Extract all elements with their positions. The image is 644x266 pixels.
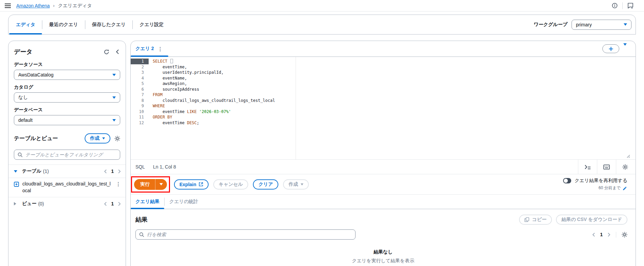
code-line[interactable]: 12 eventTime DESC;: [131, 120, 636, 126]
data-panel-title: データ: [14, 48, 98, 56]
tab-editor-label: エディタ: [16, 22, 35, 28]
database-label: データベース: [14, 107, 120, 113]
chevron-down-icon: [301, 183, 303, 185]
editor-settings-gear-icon[interactable]: [616, 160, 629, 174]
catalog-select[interactable]: なし: [14, 92, 120, 103]
format-query-icon[interactable]: [578, 160, 597, 174]
clear-button[interactable]: クリア: [253, 179, 278, 190]
editor-resize-handle[interactable]: [626, 154, 630, 158]
tab-query-results[interactable]: クエリ結果: [131, 195, 164, 209]
copy-icon: [524, 217, 529, 222]
tab-query-stats[interactable]: クエリの統計: [165, 195, 203, 209]
views-page-number[interactable]: 1: [111, 201, 114, 206]
code-line[interactable]: 2 eventTime,: [131, 64, 636, 70]
database-select[interactable]: default: [14, 115, 120, 125]
info-icon[interactable]: [608, 2, 621, 9]
code-line[interactable]: 1SELECT: [131, 59, 636, 64]
workgroup-select[interactable]: primary: [572, 20, 631, 30]
results-pagination: 1: [592, 232, 616, 237]
new-query-tab-button[interactable]: [602, 44, 619, 53]
tab-query-settings[interactable]: クエリ設定: [133, 15, 170, 34]
run-options-dropdown[interactable]: [155, 179, 167, 190]
line-number: 8: [131, 98, 149, 104]
query-tab-kebab-icon[interactable]: ⋮: [157, 46, 164, 52]
code-line[interactable]: 8 cloudtrail_logs_aws_cloudtrail_logs_te…: [131, 98, 636, 104]
datasource-value: AwsDataCatalog: [18, 72, 109, 77]
results-settings-gear-icon[interactable]: [616, 232, 627, 238]
table-actions-kebab-icon[interactable]: ⋮: [114, 181, 123, 187]
tab-saved-queries[interactable]: 保存したクエリ: [85, 15, 133, 34]
row-search-input[interactable]: [147, 232, 352, 237]
results-empty-state: 結果なし クエリを実行して結果を表示: [131, 249, 636, 264]
tables-filter-input[interactable]: [25, 152, 116, 157]
language-indicator: SQL: [135, 164, 145, 170]
code-line[interactable]: 6 sourceIpAddress: [131, 87, 636, 92]
code-line[interactable]: 7FROM: [131, 92, 636, 98]
expand-table-icon[interactable]: [14, 182, 19, 187]
tab-recent-queries[interactable]: 最近のクエリ: [42, 15, 85, 34]
cancel-button[interactable]: キャンセル: [213, 179, 249, 190]
table-name[interactable]: cloudtrail_logs_aws_cloudtrail_logs_test…: [22, 181, 112, 194]
views-expand-caret-icon[interactable]: [14, 202, 20, 205]
topbar-divider: [622, 2, 623, 9]
line-number: 9: [131, 103, 149, 109]
reuse-until-text: 60 分前まで: [599, 185, 621, 191]
collapse-panel-icon[interactable]: [115, 48, 120, 55]
annotation-highlight-box: 実行: [131, 176, 170, 193]
tab-editor[interactable]: エディタ: [9, 15, 42, 34]
line-number: 2: [131, 64, 149, 70]
tab-query-settings-label: クエリ設定: [139, 22, 164, 28]
code-lines: 1SELECT 2 eventTime,3 userIdentity.princ…: [131, 59, 636, 126]
next-page-icon[interactable]: [118, 202, 121, 206]
sql-editor[interactable]: 1SELECT 2 eventTime,3 userIdentity.princ…: [131, 57, 636, 159]
prev-page-icon[interactable]: [104, 169, 107, 174]
tables-page-number[interactable]: 1: [111, 169, 114, 174]
run-query-button[interactable]: 実行: [134, 179, 167, 190]
edit-pencil-icon[interactable]: [623, 186, 627, 191]
copy-results-button[interactable]: コピー: [519, 215, 552, 225]
code-line[interactable]: 11ORDER BY: [131, 114, 636, 120]
hamburger-menu-icon[interactable]: [5, 3, 11, 8]
line-number: 1: [131, 59, 149, 64]
views-section-label: ビュー: [22, 201, 37, 207]
keyboard-shortcuts-icon[interactable]: [597, 160, 616, 174]
results-page-number[interactable]: 1: [600, 232, 603, 237]
line-number: 6: [131, 87, 149, 92]
query-tab[interactable]: クエリ 2 ⋮: [131, 41, 168, 57]
reuse-results-toggle[interactable]: [563, 178, 571, 183]
tables-expand-caret-icon[interactable]: [14, 170, 20, 173]
create-button[interactable]: 作成: [85, 133, 110, 143]
query-tabs-dropdown-button[interactable]: [622, 44, 628, 53]
next-page-icon[interactable]: [607, 232, 610, 237]
tables-pagination: 1: [104, 169, 121, 174]
code-line[interactable]: 5 awsRegion,: [131, 81, 636, 87]
tables-settings-gear-icon[interactable]: [114, 136, 120, 141]
tables-section-label: テーブル: [22, 168, 41, 174]
line-number: 11: [131, 114, 149, 120]
explain-button[interactable]: Explain: [174, 179, 209, 190]
console-tabs-row: エディタ 最近のクエリ 保存したクエリ クエリ設定 ワークグループ primar…: [8, 15, 636, 35]
empty-state-title: 結果なし: [131, 249, 636, 255]
code-line[interactable]: 3 userIdentity.principalId,: [131, 70, 636, 75]
create-from-query-button[interactable]: 作成: [283, 179, 309, 190]
code-line[interactable]: 4 eventName,: [131, 75, 636, 81]
feedback-icon[interactable]: [624, 2, 637, 9]
code-line[interactable]: 9WHERE: [131, 103, 636, 109]
query-actions-row: 実行 Explain キャンセル クリア 作成 ク: [131, 174, 636, 194]
refresh-icon[interactable]: [103, 48, 110, 56]
prev-page-icon[interactable]: [592, 232, 595, 237]
tables-filter-box: [14, 150, 120, 160]
code-line[interactable]: 10 eventTime LIKE '2026-03-07%': [131, 109, 636, 115]
breadcrumb-link-athena[interactable]: Amazon Athena: [16, 3, 50, 8]
query-tab-strip: クエリ 2 ⋮: [131, 41, 636, 57]
download-csv-button[interactable]: 結果の CSV をダウンロード: [556, 215, 627, 225]
chevron-down-icon: [624, 23, 627, 26]
chevron-down-icon: [112, 96, 116, 99]
reuse-results-label: クエリ結果を再利用する: [575, 178, 627, 184]
next-page-icon[interactable]: [118, 169, 121, 174]
line-number: 3: [131, 70, 149, 75]
explain-label: Explain: [179, 182, 196, 187]
line-number: 4: [131, 75, 149, 81]
datasource-select[interactable]: AwsDataCatalog: [14, 70, 120, 80]
prev-page-icon[interactable]: [104, 202, 107, 206]
